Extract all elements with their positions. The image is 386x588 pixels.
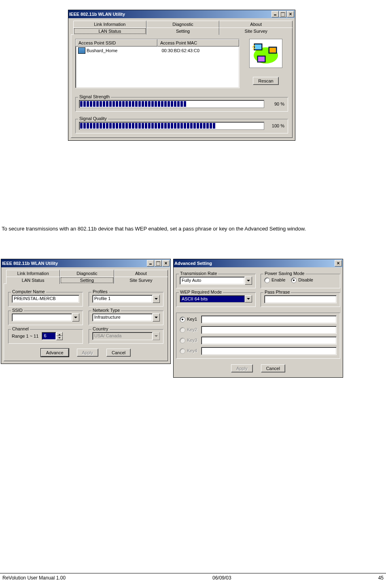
key1-label: Key1 (187, 317, 197, 321)
ap-ssid: Bushard_Home (87, 48, 162, 53)
signal-quality-label: Signal Quality (78, 116, 108, 121)
maximize-button (279, 11, 286, 17)
titlebar[interactable]: IEEE 802.11b WLAN Utility (1, 259, 170, 267)
signal-quality-pct: 100 % (264, 123, 284, 128)
channel-spinner[interactable]: 6 (42, 332, 63, 340)
profiles-label: Profiles (91, 289, 109, 294)
svg-rect-6 (258, 57, 265, 61)
key3-radio: Key3 (180, 338, 197, 343)
ap-list[interactable]: Access Point SSID Access Point MAC Busha… (75, 39, 240, 88)
power-saving-label: Power Saving Mode (263, 271, 305, 276)
network-type-value[interactable]: Infrastructure (92, 313, 153, 321)
tab-site-survey[interactable]: Site Survey (114, 277, 168, 284)
dropdown-icon[interactable] (72, 313, 79, 321)
key2-label: Key2 (187, 327, 197, 332)
page-footer: ReVolution User Manual 1.00 06/09/03 45 (0, 573, 386, 581)
advanced-setting-window: Advanced Setting Transmission Rate Fully… (173, 259, 343, 378)
key4-radio: Key4 (180, 348, 197, 354)
close-button[interactable] (335, 260, 342, 267)
instruction-text: To secure transmissions with an 802.11b … (2, 226, 384, 232)
wlan-utility-window-lanstatus: IEEE 802.11b WLAN Utility Link Informati… (68, 10, 295, 141)
passphrase-label: Pass Phrase (263, 290, 291, 294)
country-label: Country (91, 326, 110, 331)
network-type-combo[interactable]: Infrastructure (92, 313, 160, 321)
tx-rate-value[interactable]: Fully Auto (180, 277, 245, 285)
tab-site-survey[interactable]: Site Survey (219, 27, 293, 35)
maximize-button (155, 260, 162, 267)
passphrase-input[interactable] (264, 295, 337, 303)
tab-link-information[interactable]: Link Information (73, 21, 146, 27)
profiles-value[interactable]: Profile 1 (92, 295, 153, 303)
tx-rate-label: Transmission Rate (179, 271, 218, 276)
minimize-button[interactable] (271, 11, 279, 17)
titlebar[interactable]: Advanced Setting (174, 259, 343, 267)
wep-mode-combo[interactable]: ASCII 64 bits (180, 295, 252, 302)
tab-link-information[interactable]: Link Information (6, 270, 60, 277)
footer-center: 06/09/03 (212, 575, 231, 581)
spin-up-icon[interactable] (56, 332, 63, 336)
tab-lan-status[interactable]: LAN Status (6, 277, 60, 284)
dropdown-icon[interactable] (245, 295, 252, 302)
apply-button: Apply (77, 349, 99, 357)
channel-range: Range 1 ~ 11 (12, 334, 38, 338)
tab-setting[interactable]: Setting (60, 277, 114, 284)
window-title: IEEE 802.11b WLAN Utility (69, 12, 125, 17)
footer-left: ReVolution User Manual 1.00 (2, 575, 66, 581)
dropdown-icon[interactable] (245, 277, 252, 285)
svg-rect-4 (269, 48, 276, 53)
ssid-label: SSID (11, 308, 24, 313)
close-button[interactable] (162, 260, 170, 267)
network-illustration (249, 39, 282, 68)
svg-rect-2 (255, 44, 261, 49)
ssid-value[interactable] (12, 313, 72, 321)
spin-down-icon[interactable] (56, 336, 63, 340)
signal-strength-bar (79, 100, 264, 108)
key1-input[interactable] (201, 315, 337, 324)
wep-mode-value[interactable]: ASCII 64 bits (180, 295, 245, 302)
col-ssid-header[interactable]: Access Point SSID (76, 39, 157, 47)
tab-about[interactable]: About (114, 270, 168, 277)
tab-setting[interactable]: Setting (146, 27, 220, 35)
tab-diagnostic[interactable]: Diagnostic (60, 270, 114, 277)
tab-lan-status[interactable]: LAN Status (73, 27, 146, 35)
col-mac-header[interactable]: Access Point MAC (157, 39, 239, 47)
key4-label: Key4 (187, 348, 197, 353)
tx-rate-combo[interactable]: Fully Auto (180, 277, 252, 285)
ap-list-row[interactable]: Bushard_Home 00:30:BD:62:43:C0 (76, 47, 239, 55)
window-title: Advanced Setting (174, 261, 212, 266)
disable-label: Disable (298, 277, 313, 282)
ap-mac: 00:30:BD:62:43:C0 (162, 48, 237, 53)
computer-name-label: Computer Name (11, 289, 46, 294)
cancel-button[interactable]: Cancel (261, 364, 285, 372)
key2-input (201, 326, 337, 334)
computer-name-input[interactable]: PREINSTAL-MERCB (12, 295, 79, 303)
wlan-utility-window-setting: IEEE 802.11b WLAN Utility Link Informati… (1, 259, 171, 364)
channel-value[interactable]: 6 (42, 332, 56, 340)
power-disable-radio[interactable]: Disable (291, 277, 313, 283)
ssid-combo[interactable] (12, 313, 79, 321)
window-title: IEEE 802.11b WLAN Utility (2, 261, 58, 266)
profiles-combo[interactable]: Profile 1 (92, 295, 160, 303)
cancel-button[interactable]: Cancel (106, 349, 131, 357)
country-combo: USA/ Canada (92, 332, 160, 340)
tab-about[interactable]: About (219, 21, 293, 27)
key3-label: Key3 (187, 338, 197, 343)
country-value: USA/ Canada (92, 332, 153, 340)
minimize-button[interactable] (147, 260, 154, 267)
advance-button[interactable]: Advance (41, 349, 69, 357)
wep-mode-label: WEP Required Mode (179, 290, 223, 294)
dropdown-icon[interactable] (153, 295, 160, 303)
signal-quality-bar (79, 122, 264, 130)
footer-right: 45 (378, 575, 384, 581)
key1-radio[interactable]: Key1 (180, 317, 197, 322)
power-enable-radio[interactable]: Enable (264, 277, 285, 283)
titlebar[interactable]: IEEE 802.11b WLAN Utility (68, 10, 295, 18)
network-type-label: Network Type (91, 308, 121, 313)
dropdown-icon[interactable] (153, 313, 160, 321)
key3-input (201, 336, 337, 345)
close-button[interactable] (287, 11, 294, 17)
dropdown-icon (153, 332, 160, 340)
tab-diagnostic[interactable]: Diagnostic (146, 21, 220, 27)
rescan-button[interactable]: Rescan (253, 77, 278, 85)
key4-input (201, 347, 337, 355)
